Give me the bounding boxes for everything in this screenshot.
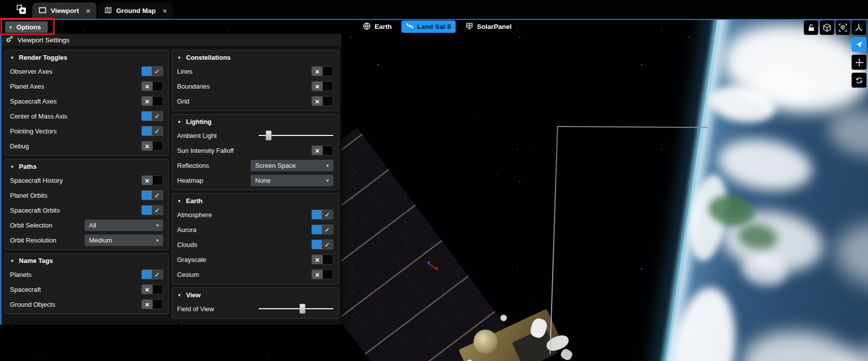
collapse-caret-icon[interactable]: ▾ [178,198,181,204]
toggle-center-of-mass-axis[interactable]: ✓ [141,111,163,121]
select-orbit-selection[interactable]: All▾ [85,220,163,231]
close-tab-icon[interactable]: × [86,6,91,15]
pan-icon[interactable] [852,55,867,70]
check-icon: ✓ [322,240,333,249]
toggle-observer-axes[interactable]: ✓ [141,66,163,76]
toggle-grid[interactable]: × [311,96,333,106]
toggle-spacecraft-history[interactable]: × [141,175,163,185]
select-reflections[interactable]: Screen Space▾ [251,160,333,171]
toggle-spacecraft-axes[interactable]: × [141,96,163,106]
viewport-controls-side [852,37,867,88]
frame-cube-icon[interactable] [836,20,850,35]
axes-icon[interactable] [852,20,866,35]
toggle-pointing-vectors[interactable]: ✓ [141,126,163,136]
toggle-planets[interactable]: ✓ [141,269,163,279]
section-title: Paths [19,163,36,170]
section-header[interactable]: ▾Paths [9,160,164,173]
section-header[interactable]: ▾Constellations [176,51,334,64]
toggle-atmosphere[interactable]: ✓ [311,210,333,220]
settings-row-sun-intensity-falloff: Sun Intensity Falloff× [176,143,334,158]
tab-label: Viewport [51,7,79,14]
viewport-icon [38,6,47,15]
close-tab-icon[interactable]: × [163,6,167,15]
new-tab-button[interactable] [13,2,30,18]
section-header[interactable]: ▾Earth [176,195,334,207]
collapse-caret-icon[interactable]: ▾ [11,164,13,169]
scene-button-solarpanel[interactable]: SolarPanel [461,20,516,33]
collapse-caret-icon[interactable]: ▾ [178,292,181,298]
settings-row-spacecraft-history: Spacecraft History× [9,173,164,188]
orbit-icon[interactable] [852,73,867,88]
x-icon: × [312,82,323,91]
slider-thumb[interactable] [299,304,305,314]
map-icon [104,6,112,16]
toggle-sun-intensity-falloff[interactable]: × [311,145,333,155]
toggle-debug[interactable]: × [141,141,163,151]
scene-button-label: Land Sat 8 [417,23,451,30]
collapse-caret-icon[interactable]: ▾ [178,55,181,60]
slider-ambient-light[interactable] [259,130,333,140]
row-label: Orbit Selection [10,222,52,229]
tab-viewport[interactable]: Viewport × [32,2,96,19]
settings-row-spacecraft-orbits: Spacecraft Orbits✓ [9,203,164,218]
settings-row-grid: Grid× [176,94,334,109]
settings-row-spacecraft-axes: Spacecraft Axes× [9,94,164,109]
section-header[interactable]: ▾Lighting [176,116,334,128]
select-orbit-resolution[interactable]: Medium▾ [85,235,163,246]
section-render-toggles: ▾Render TogglesObserver Axes✓Planet Axes… [4,50,169,156]
toggle-aurora[interactable]: ✓ [311,225,333,235]
collapse-caret-icon[interactable]: ▾ [178,119,181,124]
toggle-lines[interactable]: × [311,66,333,76]
row-label: Spacecraft Orbits [10,207,60,214]
section-header[interactable]: ▾Name Tags [9,254,164,267]
settings-row-aurora: Aurora✓ [176,222,334,237]
collapse-caret-icon[interactable]: ▾ [11,258,13,263]
select-value: Screen Space [255,162,296,169]
settings-row-orbit-resolution: Orbit ResolutionMedium▾ [9,233,164,247]
x-icon: × [142,141,153,150]
scene-button-land-sat-8[interactable]: Land Sat 8 [401,20,456,33]
toggle-clouds[interactable]: ✓ [311,240,333,249]
collapse-caret-icon[interactable]: ▾ [11,55,13,60]
toggle-grayscale[interactable]: × [311,254,333,264]
row-label: Lines [177,68,193,75]
scene-button-label: SolarPanel [477,23,512,30]
x-icon: × [312,97,323,106]
check-icon: ✓ [152,126,163,135]
toggle-planet-orbits[interactable]: ✓ [141,190,163,200]
chevron-down-icon: ▾ [156,223,159,228]
slider-track[interactable] [259,308,333,309]
lock-open-icon[interactable] [804,20,818,35]
section-header[interactable]: ▾Render Toggles [9,51,164,64]
scene-button-earth[interactable]: Earth [358,20,396,33]
app-window: Viewport × Ground Map × ▾ Options Earth [0,0,868,361]
tab-bar: Viewport × Ground Map × [0,0,868,19]
panel-title-bar: Viewport Settings [1,34,341,47]
slider-field-of-view[interactable] [259,304,333,314]
toggle-spacecraft-orbits[interactable]: ✓ [141,205,163,215]
settings-row-planet-axes: Planet Axes× [9,79,164,94]
navigate-icon[interactable] [852,37,867,52]
settings-row-observer-axes: Observer Axes✓ [9,64,164,79]
select-heatmap[interactable]: None▾ [251,175,333,186]
toggle-ground-objects[interactable]: × [141,299,163,309]
solar-panel-icon [465,22,474,32]
settings-row-spacecraft: Spacecraft× [9,282,164,297]
slider-thumb[interactable] [266,130,272,140]
section-header[interactable]: ▾View [176,289,334,301]
row-label: Spacecraft History [10,177,63,184]
tab-ground-map[interactable]: Ground Map × [98,2,173,19]
settings-column-right: ▾ConstellationsLines×Boundaries×Grid×▾Li… [172,50,339,322]
section-title: Render Toggles [19,54,67,61]
settings-row-cesium: Cesium× [176,267,334,282]
toggle-cesium[interactable]: × [311,269,333,279]
cube-icon[interactable] [820,20,834,35]
toggle-boundaries[interactable]: × [311,81,333,91]
check-icon: ✓ [152,270,163,279]
settings-row-debug: Debug× [9,138,164,153]
select-value: None [255,177,271,184]
toggle-spacecraft[interactable]: × [141,284,163,294]
row-label: Heatmap [177,177,203,184]
toggle-planet-axes[interactable]: × [141,81,163,91]
x-icon: × [142,176,153,185]
